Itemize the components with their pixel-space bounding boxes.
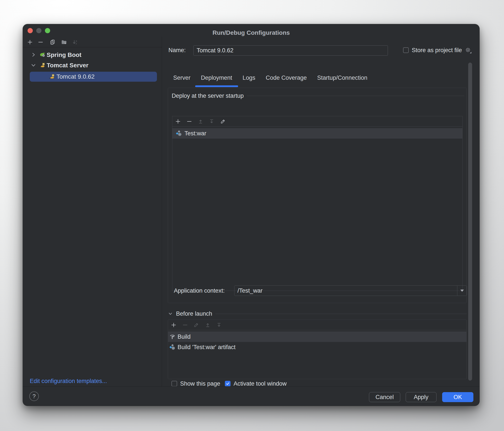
pencil-icon — [220, 119, 226, 124]
task-label: Build — [178, 333, 190, 340]
svg-text:a: a — [76, 39, 77, 42]
apply-button[interactable]: Apply — [406, 392, 436, 402]
minus-icon — [38, 39, 43, 45]
name-input[interactable] — [193, 45, 388, 56]
show-this-page-checkbox[interactable] — [171, 381, 177, 386]
chevron-right-icon[interactable] — [31, 52, 36, 57]
before-launch-title: Before launch — [176, 310, 212, 317]
run-debug-configurations-dialog: Run/Debug Configurations — [23, 24, 479, 406]
name-label: Name: — [168, 47, 186, 54]
move-down-icon — [216, 322, 222, 328]
plus-icon — [175, 119, 181, 124]
combobox-dropdown-button[interactable] — [457, 286, 467, 296]
collapse-chevron-icon[interactable] — [168, 311, 173, 316]
sidebar-item-tomcat-9062[interactable]: Tomcat 9.0.62 — [23, 72, 162, 82]
hammer-icon — [169, 333, 176, 340]
help-button[interactable]: ? — [29, 392, 39, 401]
tomcat-icon — [49, 74, 55, 79]
add-task-button[interactable] — [170, 321, 177, 329]
task-list-item-build-artifact[interactable]: Build 'Test:war' artifact — [168, 342, 467, 352]
move-down-icon — [209, 119, 215, 124]
remove-artifact-button[interactable] — [186, 118, 193, 125]
configuration-editor-panel: Name: Store as project file Server Deplo… — [162, 37, 479, 386]
tree-group-label: Tomcat Server — [47, 62, 88, 69]
minus-icon — [182, 322, 188, 328]
artifacts-toolbar — [172, 116, 462, 127]
sidebar-toolbar: a z — [23, 37, 162, 47]
dropdown-arrow-icon — [460, 290, 464, 292]
task-list-item-build[interactable]: Build — [168, 331, 467, 342]
sidebar-item-tomcat-server[interactable]: Tomcat Server — [23, 60, 162, 71]
artifact-list-item-test-war[interactable]: Test:war — [172, 128, 462, 139]
tree-group-label: Spring Boot — [47, 51, 81, 58]
remove-configuration-button[interactable] — [37, 38, 44, 46]
tab-deployment[interactable]: Deployment — [201, 74, 232, 81]
before-launch-toolbar — [168, 320, 467, 330]
add-configuration-button[interactable] — [26, 38, 34, 46]
tab-server[interactable]: Server — [173, 74, 190, 81]
configurations-sidebar: a z Spring Boot — [23, 37, 162, 386]
dialog-footer: ? Cancel Apply OK — [23, 386, 479, 406]
store-as-project-file-label: Store as project file — [412, 47, 462, 54]
sort-configurations-button[interactable]: a z — [72, 38, 79, 46]
before-launch-header: Before launch — [168, 310, 467, 317]
artifact-icon — [176, 130, 182, 137]
ok-button[interactable]: OK — [442, 392, 473, 402]
tab-code-coverage[interactable]: Code Coverage — [266, 74, 307, 81]
application-context-combobox[interactable]: /Test_war — [234, 285, 467, 296]
vertical-scrollbar-thumb[interactable] — [468, 63, 472, 381]
minus-icon — [187, 119, 192, 124]
activate-tool-window-checkbox[interactable] — [225, 381, 231, 386]
svg-text:z: z — [76, 42, 77, 45]
new-folder-icon — [61, 39, 67, 45]
cancel-button[interactable]: Cancel — [369, 392, 400, 402]
edit-configuration-templates-link[interactable]: Edit configuration templates... — [30, 378, 107, 384]
tomcat-icon — [39, 62, 45, 68]
checkmark-icon — [225, 382, 230, 386]
new-folder-button[interactable] — [60, 38, 68, 46]
sort-az-icon: a z — [72, 39, 78, 45]
store-as-project-file-checkbox[interactable] — [403, 47, 409, 53]
section-separator-line — [215, 314, 467, 314]
store-settings-gear-icon[interactable] — [465, 47, 472, 54]
move-task-down-button[interactable] — [215, 321, 223, 329]
add-artifact-button[interactable] — [174, 118, 182, 125]
application-context-value: /Test_war — [234, 287, 457, 294]
spring-boot-icon — [39, 52, 45, 58]
dialog-title: Run/Debug Configurations — [23, 29, 479, 36]
section-separator-line — [247, 96, 464, 96]
artifacts-list-panel: Test:war — [172, 116, 463, 291]
move-up-icon — [198, 119, 203, 124]
move-artifact-down-button[interactable] — [208, 118, 215, 125]
deploy-section-header: Deploy at the server startup — [172, 92, 464, 99]
artifact-icon — [169, 344, 176, 350]
deploy-section-title: Deploy at the server startup — [172, 92, 244, 99]
tree-config-label: Tomcat 9.0.62 — [56, 73, 95, 80]
application-context-label: Application context: — [174, 287, 225, 294]
remove-task-button[interactable] — [181, 321, 189, 329]
move-task-up-button[interactable] — [204, 321, 211, 329]
tab-logs[interactable]: Logs — [243, 74, 255, 81]
before-launch-panel: Build Build 'Test:war' artifact — [168, 319, 467, 379]
configuration-tabs: Server Deployment Logs Code Coverage Sta… — [173, 74, 367, 81]
edit-task-button[interactable] — [193, 321, 200, 329]
copy-icon — [50, 39, 55, 45]
chevron-down-icon[interactable] — [31, 62, 36, 68]
question-mark-icon: ? — [33, 393, 36, 400]
plus-icon — [171, 322, 176, 328]
artifact-label: Test:war — [184, 130, 207, 137]
deploy-section: Deploy at the server startup — [168, 88, 467, 303]
window-titlebar: Run/Debug Configurations — [23, 24, 479, 37]
move-up-icon — [205, 322, 211, 328]
plus-icon — [27, 39, 33, 45]
copy-configuration-button[interactable] — [49, 38, 56, 46]
edit-artifact-button[interactable] — [219, 118, 227, 125]
task-label: Build 'Test:war' artifact — [178, 344, 235, 350]
move-artifact-up-button[interactable] — [197, 118, 204, 125]
tab-startup-connection[interactable]: Startup/Connection — [317, 74, 367, 81]
pencil-icon — [193, 322, 199, 328]
sidebar-item-spring-boot[interactable]: Spring Boot — [23, 50, 162, 60]
